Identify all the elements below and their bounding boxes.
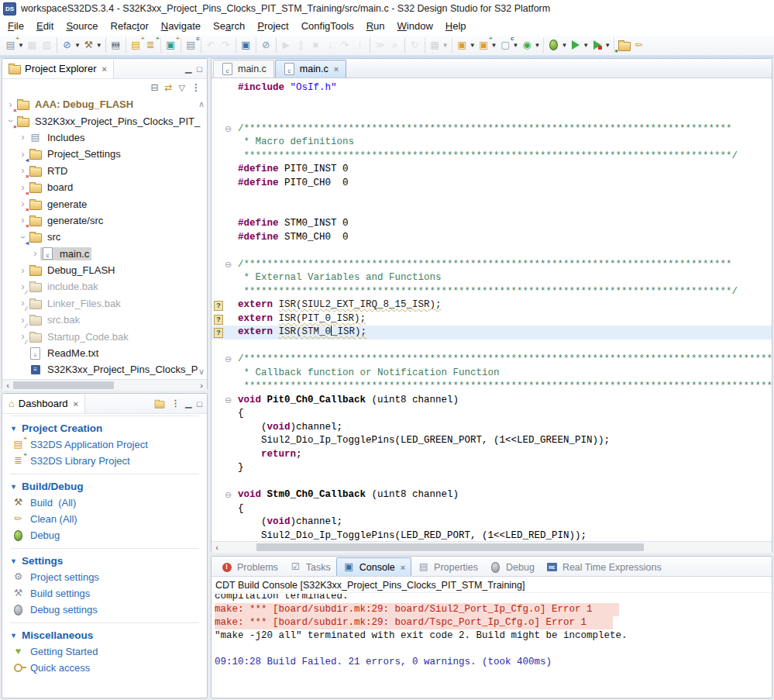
maximize-icon[interactable]: □ bbox=[197, 399, 202, 409]
save-button[interactable]: ▦ bbox=[25, 37, 40, 53]
fold-collapse-icon[interactable]: ⊖ bbox=[225, 258, 232, 272]
tree-item-src-bak[interactable]: ›∕src.bak bbox=[2, 312, 207, 328]
menu-window[interactable]: Window bbox=[391, 18, 439, 34]
open-dashboard-icon[interactable] bbox=[154, 401, 164, 409]
debug-button[interactable]: ▼ bbox=[546, 37, 568, 53]
tree-item-rtd[interactable]: ›×RTD bbox=[2, 163, 207, 179]
dropdown-arrow-icon[interactable]: ▼ bbox=[491, 42, 497, 49]
debug-configurations-button[interactable]: ▣+▼ bbox=[476, 37, 498, 53]
menu-search[interactable]: Search bbox=[207, 18, 251, 34]
tree-chevron-icon[interactable]: › bbox=[18, 132, 28, 143]
menu-refactor[interactable]: Refactor bbox=[105, 18, 155, 34]
skip-all-breakpoints-button[interactable]: ⊘▼ bbox=[60, 37, 81, 53]
fold-collapse-icon[interactable]: ⊖ bbox=[225, 394, 232, 408]
tree-item-startup-code-bak[interactable]: ›∕Startup_Code.bak bbox=[2, 328, 207, 344]
dropdown-arrow-icon[interactable]: ▼ bbox=[442, 42, 449, 49]
dashboard-link-quick-access[interactable]: Quick access bbox=[10, 660, 199, 676]
dropdown-arrow-icon[interactable]: ▼ bbox=[561, 42, 567, 49]
dropdown-arrow-icon[interactable]: ▼ bbox=[534, 42, 540, 49]
menu-source[interactable]: Source bbox=[60, 18, 104, 34]
editor-hscrollbar[interactable]: ‹ bbox=[212, 541, 772, 553]
filter-icon[interactable]: ▽ bbox=[179, 83, 185, 93]
fold-collapse-icon[interactable]: ⊖ bbox=[225, 122, 232, 136]
dashboard-link-s32ds-library-project[interactable]: ≣+S32DS Library Project bbox=[10, 453, 199, 469]
annotation-question-icon[interactable]: ? bbox=[214, 315, 223, 325]
dropdown-arrow-icon[interactable]: ▼ bbox=[18, 42, 24, 49]
collapse-all-icon[interactable]: ⊟ bbox=[150, 82, 158, 93]
annotation-question-icon[interactable]: ? bbox=[214, 301, 223, 311]
tab-dashboard[interactable]: ⌂ Dashboard × bbox=[2, 395, 85, 413]
menu-configtools[interactable]: ConfigTools bbox=[295, 18, 360, 34]
dropdown-arrow-icon[interactable]: ▼ bbox=[470, 42, 476, 49]
memory-tools-button[interactable]: ▦▼ bbox=[428, 37, 449, 53]
project-tree[interactable]: ∧ ∨ ›×AAA: Debug_FLASH›×S32K3xx_Project_… bbox=[2, 96, 207, 379]
tree-item-linker-files-bak[interactable]: ›∕Linker_Files.bak bbox=[2, 295, 207, 312]
scroll-up-icon[interactable]: ∧ bbox=[198, 99, 205, 109]
tree-item-s32k3xx-project-pins-clocks-p[interactable]: ≡S32K3xx_Project_Pins_Clocks_P bbox=[2, 361, 207, 378]
scroll-left-icon[interactable]: ‹ bbox=[212, 542, 222, 553]
console-tab-tasks[interactable]: ☑Tasks bbox=[284, 558, 336, 576]
scroll-down-icon[interactable]: ∨ bbox=[198, 367, 205, 377]
dashboard-link-getting-started[interactable]: ♥Getting Started bbox=[10, 643, 199, 660]
menu-file[interactable]: File bbox=[2, 18, 30, 34]
dashboard-link-project-settings[interactable]: ⚙Project settings bbox=[10, 569, 199, 585]
tree-item-debug-flash[interactable]: ›Debug_FLASH bbox=[2, 262, 207, 278]
profile-last-button[interactable]: » bbox=[387, 37, 402, 53]
run-button[interactable]: ▼ bbox=[568, 37, 590, 53]
resume-button[interactable]: ▶ bbox=[279, 37, 294, 53]
dashboard-link-clean-all-[interactable]: ✏Clean (All) bbox=[10, 511, 199, 527]
close-icon[interactable]: × bbox=[73, 399, 77, 409]
fold-collapse-icon[interactable]: ⊖ bbox=[225, 353, 232, 367]
maximize-icon[interactable]: □ bbox=[197, 64, 202, 74]
profile-button[interactable]: ▼ bbox=[590, 37, 611, 53]
dropdown-arrow-icon[interactable]: ▼ bbox=[513, 42, 519, 49]
disconnect-button[interactable]: ⊘ bbox=[259, 37, 273, 53]
step-return-button[interactable]: ↑ bbox=[353, 37, 367, 53]
suspend-button[interactable]: ∥ bbox=[294, 37, 308, 53]
run-last-tool-button[interactable]: ≫ bbox=[373, 37, 387, 53]
dropdown-arrow-icon[interactable]: ▼ bbox=[583, 42, 589, 49]
update-code-button[interactable]: ▣+ bbox=[163, 37, 178, 53]
scroll-right-icon[interactable]: › bbox=[196, 380, 207, 391]
c-cpp-configurations-button[interactable]: ▢c▼ bbox=[498, 37, 520, 53]
minimize-icon[interactable]: ▁ bbox=[185, 64, 191, 74]
run-configurations-button[interactable]: ◉c▼ bbox=[519, 37, 541, 53]
project-explorer-hscrollbar[interactable]: ‹ › bbox=[2, 379, 207, 391]
dashboard-link-debug[interactable]: Debug bbox=[10, 527, 199, 543]
restart-button[interactable]: ↻ bbox=[408, 37, 422, 53]
dashboard-section-header[interactable]: ▼Build/Debug bbox=[10, 478, 199, 495]
menu-edit[interactable]: Edit bbox=[30, 18, 60, 34]
tree-item-src[interactable]: ›◂src bbox=[2, 229, 207, 245]
console-tab-real-time-expressions[interactable]: REReal Time Expressions bbox=[540, 558, 667, 576]
close-icon[interactable]: × bbox=[101, 64, 106, 74]
dashboard-section-header[interactable]: ▼Miscellaneous bbox=[10, 627, 199, 643]
minimize-icon[interactable]: ▁ bbox=[185, 398, 191, 409]
generate-code-button[interactable]: ▤c bbox=[184, 37, 198, 53]
scroll-left-icon[interactable]: ‹ bbox=[2, 380, 13, 391]
binary-calibration-button[interactable]: ▤010 bbox=[108, 37, 123, 53]
tree-item-project-settings[interactable]: ›◂Project_Settings bbox=[2, 146, 207, 162]
scrollbar-thumb[interactable] bbox=[256, 543, 644, 551]
console-tab-console[interactable]: ▣Console× bbox=[336, 557, 411, 576]
new-wizard-button[interactable]: ▤+▼ bbox=[3, 37, 25, 53]
code-editor[interactable]: #include "OsIf.h"⊖/*********************… bbox=[212, 78, 772, 541]
undo-button[interactable]: ↶ bbox=[204, 37, 218, 53]
tree-item-readme-txt[interactable]: ≡ReadMe.txt bbox=[2, 345, 207, 361]
view-menu-icon[interactable]: ⋮ bbox=[171, 398, 180, 409]
step-into-button[interactable]: ↓ bbox=[323, 37, 338, 53]
tree-item-include-bak[interactable]: ›∕include.bak bbox=[2, 278, 207, 295]
customize-perspective-button[interactable]: ✏ bbox=[631, 37, 646, 53]
editor-tab-main.c-1[interactable]: cmain.c× bbox=[275, 60, 346, 78]
console-tab-debug[interactable]: Debug bbox=[483, 558, 540, 576]
close-icon[interactable]: × bbox=[401, 563, 405, 572]
dashboard-section-header[interactable]: ▼Settings bbox=[10, 553, 199, 569]
close-icon[interactable]: × bbox=[334, 64, 339, 74]
dashboard-link-build-all-[interactable]: ⚒Build (All) bbox=[10, 495, 199, 511]
flash-from-file-button[interactable]: ▣c▼ bbox=[455, 37, 476, 53]
view-menu-icon[interactable]: ⋮ bbox=[191, 82, 201, 93]
dashboard-section-header[interactable]: ▼Project Creation bbox=[10, 420, 199, 436]
menu-project[interactable]: Project bbox=[251, 18, 294, 34]
step-over-button[interactable]: ↷ bbox=[338, 37, 353, 53]
dropdown-arrow-icon[interactable]: ▼ bbox=[74, 42, 81, 49]
dropdown-arrow-icon[interactable]: ▼ bbox=[604, 42, 611, 49]
